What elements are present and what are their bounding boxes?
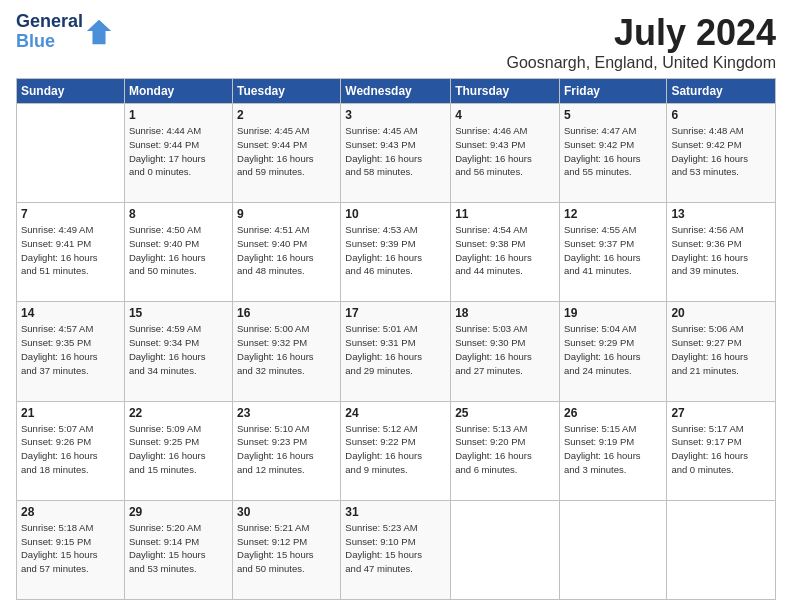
- calendar-table: SundayMondayTuesdayWednesdayThursdayFrid…: [16, 78, 776, 600]
- day-number: 12: [564, 207, 662, 221]
- day-number: 14: [21, 306, 120, 320]
- week-row-1: 7Sunrise: 4:49 AM Sunset: 9:41 PM Daylig…: [17, 203, 776, 302]
- week-row-3: 21Sunrise: 5:07 AM Sunset: 9:26 PM Dayli…: [17, 401, 776, 500]
- day-number: 31: [345, 505, 446, 519]
- day-info: Sunrise: 5:03 AM Sunset: 9:30 PM Dayligh…: [455, 322, 555, 377]
- day-info: Sunrise: 5:13 AM Sunset: 9:20 PM Dayligh…: [455, 422, 555, 477]
- day-number: 9: [237, 207, 336, 221]
- logo-icon: [85, 18, 113, 46]
- day-info: Sunrise: 5:06 AM Sunset: 9:27 PM Dayligh…: [671, 322, 771, 377]
- col-header-monday: Monday: [124, 79, 232, 104]
- day-number: 3: [345, 108, 446, 122]
- day-number: 18: [455, 306, 555, 320]
- day-number: 24: [345, 406, 446, 420]
- day-info: Sunrise: 4:56 AM Sunset: 9:36 PM Dayligh…: [671, 223, 771, 278]
- calendar-cell: 5Sunrise: 4:47 AM Sunset: 9:42 PM Daylig…: [559, 104, 666, 203]
- day-info: Sunrise: 5:15 AM Sunset: 9:19 PM Dayligh…: [564, 422, 662, 477]
- week-row-2: 14Sunrise: 4:57 AM Sunset: 9:35 PM Dayli…: [17, 302, 776, 401]
- day-number: 25: [455, 406, 555, 420]
- month-title: July 2024: [506, 12, 776, 54]
- day-info: Sunrise: 5:00 AM Sunset: 9:32 PM Dayligh…: [237, 322, 336, 377]
- calendar-cell: 21Sunrise: 5:07 AM Sunset: 9:26 PM Dayli…: [17, 401, 125, 500]
- day-number: 6: [671, 108, 771, 122]
- calendar-cell: 18Sunrise: 5:03 AM Sunset: 9:30 PM Dayli…: [451, 302, 560, 401]
- calendar-cell: 16Sunrise: 5:00 AM Sunset: 9:32 PM Dayli…: [233, 302, 341, 401]
- day-info: Sunrise: 5:01 AM Sunset: 9:31 PM Dayligh…: [345, 322, 446, 377]
- day-number: 16: [237, 306, 336, 320]
- day-number: 21: [21, 406, 120, 420]
- calendar-cell: 13Sunrise: 4:56 AM Sunset: 9:36 PM Dayli…: [667, 203, 776, 302]
- day-number: 22: [129, 406, 228, 420]
- calendar-cell: 25Sunrise: 5:13 AM Sunset: 9:20 PM Dayli…: [451, 401, 560, 500]
- calendar-cell: 24Sunrise: 5:12 AM Sunset: 9:22 PM Dayli…: [341, 401, 451, 500]
- day-info: Sunrise: 4:53 AM Sunset: 9:39 PM Dayligh…: [345, 223, 446, 278]
- day-info: Sunrise: 5:23 AM Sunset: 9:10 PM Dayligh…: [345, 521, 446, 576]
- calendar-cell: 29Sunrise: 5:20 AM Sunset: 9:14 PM Dayli…: [124, 500, 232, 599]
- day-info: Sunrise: 5:09 AM Sunset: 9:25 PM Dayligh…: [129, 422, 228, 477]
- day-info: Sunrise: 4:46 AM Sunset: 9:43 PM Dayligh…: [455, 124, 555, 179]
- day-number: 10: [345, 207, 446, 221]
- day-number: 1: [129, 108, 228, 122]
- calendar-cell: 15Sunrise: 4:59 AM Sunset: 9:34 PM Dayli…: [124, 302, 232, 401]
- week-row-0: 1Sunrise: 4:44 AM Sunset: 9:44 PM Daylig…: [17, 104, 776, 203]
- day-info: Sunrise: 5:04 AM Sunset: 9:29 PM Dayligh…: [564, 322, 662, 377]
- calendar-cell: 6Sunrise: 4:48 AM Sunset: 9:42 PM Daylig…: [667, 104, 776, 203]
- calendar-cell: 11Sunrise: 4:54 AM Sunset: 9:38 PM Dayli…: [451, 203, 560, 302]
- day-number: 13: [671, 207, 771, 221]
- day-number: 19: [564, 306, 662, 320]
- day-number: 2: [237, 108, 336, 122]
- logo-text: GeneralBlue: [16, 12, 83, 52]
- calendar-cell: [667, 500, 776, 599]
- day-info: Sunrise: 4:59 AM Sunset: 9:34 PM Dayligh…: [129, 322, 228, 377]
- calendar-cell: [451, 500, 560, 599]
- day-info: Sunrise: 5:10 AM Sunset: 9:23 PM Dayligh…: [237, 422, 336, 477]
- calendar-cell: 27Sunrise: 5:17 AM Sunset: 9:17 PM Dayli…: [667, 401, 776, 500]
- day-info: Sunrise: 5:12 AM Sunset: 9:22 PM Dayligh…: [345, 422, 446, 477]
- day-info: Sunrise: 5:07 AM Sunset: 9:26 PM Dayligh…: [21, 422, 120, 477]
- day-info: Sunrise: 4:49 AM Sunset: 9:41 PM Dayligh…: [21, 223, 120, 278]
- calendar-cell: [559, 500, 666, 599]
- title-block: July 2024 Goosnargh, England, United Kin…: [506, 12, 776, 72]
- day-info: Sunrise: 4:44 AM Sunset: 9:44 PM Dayligh…: [129, 124, 228, 179]
- day-info: Sunrise: 4:48 AM Sunset: 9:42 PM Dayligh…: [671, 124, 771, 179]
- calendar-cell: 26Sunrise: 5:15 AM Sunset: 9:19 PM Dayli…: [559, 401, 666, 500]
- day-info: Sunrise: 5:18 AM Sunset: 9:15 PM Dayligh…: [21, 521, 120, 576]
- calendar-cell: 28Sunrise: 5:18 AM Sunset: 9:15 PM Dayli…: [17, 500, 125, 599]
- col-header-sunday: Sunday: [17, 79, 125, 104]
- calendar-cell: 17Sunrise: 5:01 AM Sunset: 9:31 PM Dayli…: [341, 302, 451, 401]
- day-info: Sunrise: 5:17 AM Sunset: 9:17 PM Dayligh…: [671, 422, 771, 477]
- day-info: Sunrise: 4:45 AM Sunset: 9:44 PM Dayligh…: [237, 124, 336, 179]
- day-info: Sunrise: 4:47 AM Sunset: 9:42 PM Dayligh…: [564, 124, 662, 179]
- calendar-cell: [17, 104, 125, 203]
- calendar-cell: 22Sunrise: 5:09 AM Sunset: 9:25 PM Dayli…: [124, 401, 232, 500]
- calendar-cell: 30Sunrise: 5:21 AM Sunset: 9:12 PM Dayli…: [233, 500, 341, 599]
- day-number: 23: [237, 406, 336, 420]
- calendar-cell: 9Sunrise: 4:51 AM Sunset: 9:40 PM Daylig…: [233, 203, 341, 302]
- calendar-cell: 14Sunrise: 4:57 AM Sunset: 9:35 PM Dayli…: [17, 302, 125, 401]
- day-number: 11: [455, 207, 555, 221]
- header-row: SundayMondayTuesdayWednesdayThursdayFrid…: [17, 79, 776, 104]
- calendar-cell: 3Sunrise: 4:45 AM Sunset: 9:43 PM Daylig…: [341, 104, 451, 203]
- week-row-4: 28Sunrise: 5:18 AM Sunset: 9:15 PM Dayli…: [17, 500, 776, 599]
- day-info: Sunrise: 5:21 AM Sunset: 9:12 PM Dayligh…: [237, 521, 336, 576]
- day-number: 30: [237, 505, 336, 519]
- calendar-cell: 20Sunrise: 5:06 AM Sunset: 9:27 PM Dayli…: [667, 302, 776, 401]
- col-header-thursday: Thursday: [451, 79, 560, 104]
- logo: GeneralBlue: [16, 12, 113, 52]
- col-header-friday: Friday: [559, 79, 666, 104]
- location: Goosnargh, England, United Kingdom: [506, 54, 776, 72]
- day-number: 27: [671, 406, 771, 420]
- page-header: GeneralBlue July 2024 Goosnargh, England…: [16, 12, 776, 72]
- day-info: Sunrise: 4:54 AM Sunset: 9:38 PM Dayligh…: [455, 223, 555, 278]
- calendar-cell: 19Sunrise: 5:04 AM Sunset: 9:29 PM Dayli…: [559, 302, 666, 401]
- day-info: Sunrise: 4:55 AM Sunset: 9:37 PM Dayligh…: [564, 223, 662, 278]
- calendar-cell: 7Sunrise: 4:49 AM Sunset: 9:41 PM Daylig…: [17, 203, 125, 302]
- calendar-cell: 31Sunrise: 5:23 AM Sunset: 9:10 PM Dayli…: [341, 500, 451, 599]
- svg-marker-0: [87, 20, 111, 44]
- calendar-cell: 8Sunrise: 4:50 AM Sunset: 9:40 PM Daylig…: [124, 203, 232, 302]
- day-number: 5: [564, 108, 662, 122]
- day-info: Sunrise: 4:50 AM Sunset: 9:40 PM Dayligh…: [129, 223, 228, 278]
- calendar-cell: 23Sunrise: 5:10 AM Sunset: 9:23 PM Dayli…: [233, 401, 341, 500]
- day-number: 15: [129, 306, 228, 320]
- day-info: Sunrise: 5:20 AM Sunset: 9:14 PM Dayligh…: [129, 521, 228, 576]
